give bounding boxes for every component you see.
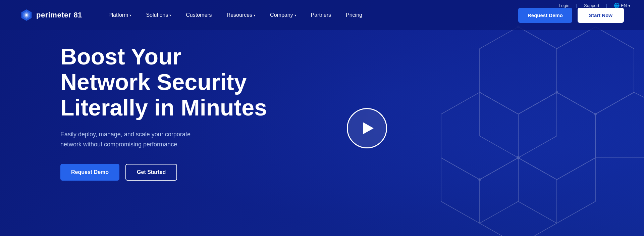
svg-marker-0 <box>480 27 557 114</box>
hero-section: Login | Support | 🌐 EN ▾ perimeter 81 Pl… <box>0 0 644 236</box>
hero-subtitle: Easily deploy, manage, and scale your co… <box>60 130 221 149</box>
video-play-container <box>347 108 387 148</box>
logo-text: perimeter 81 <box>36 11 82 19</box>
svg-point-13 <box>517 156 520 159</box>
nav-partners-label: Partners <box>311 12 331 18</box>
svg-point-12 <box>594 113 597 115</box>
platform-chevron-icon: ▾ <box>129 13 131 17</box>
hero-title-line1: Boost Your <box>60 44 181 69</box>
nav-pricing-label: Pricing <box>346 12 362 18</box>
divider: | <box>576 3 577 8</box>
hero-buttons: Request Demo Get Started <box>60 164 267 181</box>
globe-icon: 🌐 <box>614 3 620 8</box>
utility-bar: Login | Support | 🌐 EN ▾ <box>545 0 644 11</box>
support-link[interactable]: Support <box>584 3 599 8</box>
lang-label: EN <box>621 3 627 8</box>
nav-item-company[interactable]: Company ▾ <box>264 9 302 21</box>
nav-company-label: Company <box>270 12 293 18</box>
logo-icon <box>20 9 33 21</box>
hero-title-line2: Network Security <box>60 69 247 95</box>
nav-solutions-label: Solutions <box>146 12 168 18</box>
nav-item-platform[interactable]: Platform ▾ <box>102 9 138 21</box>
video-play-button[interactable] <box>347 108 387 148</box>
hero-title: Boost Your Network Security Literally in… <box>60 44 267 120</box>
hero-title-line3: Literally in Minutes <box>60 95 267 120</box>
play-icon <box>363 122 374 134</box>
login-link[interactable]: Login <box>559 3 570 8</box>
lang-chevron-icon: ▾ <box>628 3 631 8</box>
company-chevron-icon: ▾ <box>294 13 296 17</box>
nav-item-partners[interactable]: Partners <box>305 9 337 21</box>
hero-get-started-button[interactable]: Get Started <box>125 164 177 181</box>
nav-item-customers[interactable]: Customers <box>180 9 218 21</box>
hero-subtitle-text: Easily deploy, manage, and scale your co… <box>60 131 191 148</box>
divider2: | <box>606 3 607 8</box>
logo[interactable]: perimeter 81 <box>20 9 82 21</box>
nav-item-resources[interactable]: Resources ▾ <box>221 9 261 21</box>
hero-content: Boost Your Network Security Literally in… <box>60 44 267 181</box>
nav-platform-label: Platform <box>108 12 128 18</box>
svg-marker-1 <box>557 27 634 114</box>
svg-point-10 <box>555 91 558 94</box>
hex-decorations <box>392 0 644 236</box>
solutions-chevron-icon: ▾ <box>169 13 171 17</box>
resources-chevron-icon: ▾ <box>254 13 255 17</box>
language-selector[interactable]: 🌐 EN ▾ <box>614 3 631 8</box>
nav-links: Platform ▾ Solutions ▾ Customers Resourc… <box>102 9 518 21</box>
nav-resources-label: Resources <box>227 12 252 18</box>
nav-item-solutions[interactable]: Solutions ▾ <box>140 9 177 21</box>
hero-request-demo-button[interactable]: Request Demo <box>60 164 119 181</box>
svg-point-11 <box>478 178 481 181</box>
svg-marker-5 <box>595 92 644 158</box>
nav-item-pricing[interactable]: Pricing <box>340 9 368 21</box>
nav-customers-label: Customers <box>186 12 212 18</box>
